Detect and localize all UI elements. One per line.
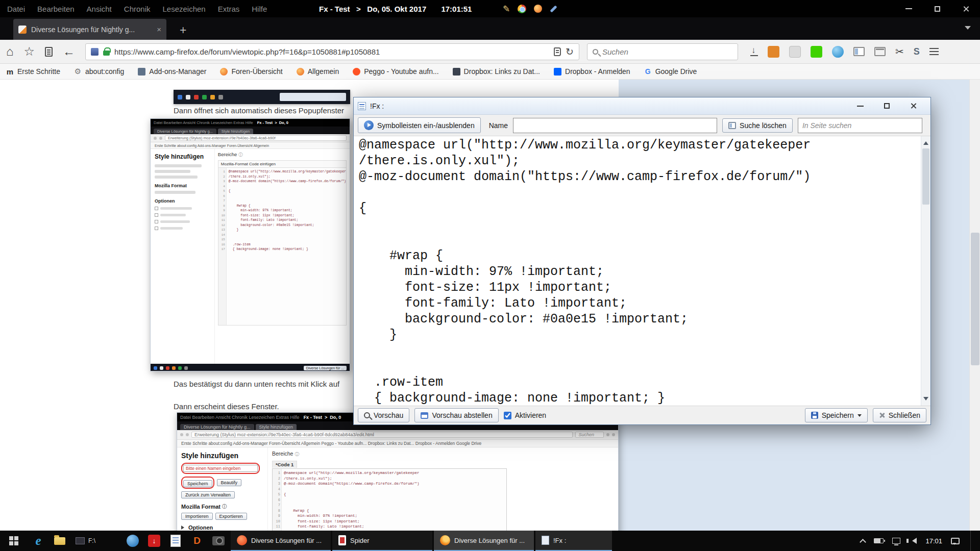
bookmark-item[interactable]: Dropbox - Anmelden (554, 67, 630, 76)
dialog-minimize-button[interactable] (847, 97, 873, 114)
bookmark-item[interactable]: Erste Schritte (6, 67, 60, 76)
clear-search-button[interactable]: Suche löschen (722, 118, 793, 133)
spider-solitaire-icon (338, 535, 346, 545)
addon-green-square-icon[interactable] (811, 46, 822, 58)
mini-beautify-button: Beautify (217, 479, 242, 486)
tab-center-icon[interactable] (874, 47, 886, 56)
explorer-window-icon (76, 537, 85, 544)
bookmark-star-icon[interactable] (24, 44, 35, 59)
downloads-icon[interactable] (750, 47, 758, 56)
css-code-editor[interactable]: @namespace url("http://www.mozilla.org/k… (354, 136, 921, 406)
page-scrollbar[interactable] (969, 80, 980, 531)
scroll-down-icon[interactable] (923, 397, 928, 403)
tab-close-button[interactable]: × (157, 25, 161, 34)
stylus-s-icon[interactable]: S (914, 46, 920, 57)
taskbar-window-button[interactable]: Diverse Lösungen für ... (231, 531, 331, 551)
titlebar-status-icons (503, 0, 557, 17)
notepad-taskbar-button[interactable] (165, 531, 186, 551)
code-editor-area: @namespace url("http://www.mozilla.org/k… (354, 136, 930, 406)
wrench-icon[interactable] (550, 5, 557, 12)
reload-icon[interactable] (566, 46, 574, 58)
code-scrollbar[interactable] (921, 136, 930, 406)
bookmark-item[interactable]: Peggo - Youtube aufn... (353, 67, 438, 76)
reader-mode-icon[interactable] (554, 47, 561, 56)
dialog-close-button[interactable] (900, 97, 926, 114)
speaker-icon[interactable] (909, 538, 917, 544)
bookmark-item[interactable]: Foren-Übersicht (220, 67, 282, 76)
addon-gray-square-icon[interactable] (789, 46, 801, 58)
window-close-button[interactable] (951, 0, 980, 17)
mini-section-label: Optionen (181, 524, 263, 531)
scroll-up-icon[interactable] (923, 139, 928, 145)
search-input[interactable] (602, 47, 732, 56)
taskbar-window-button[interactable]: !Fx : (535, 531, 612, 551)
menu-chronik[interactable]: Chronik (124, 5, 151, 13)
scrollbar-thumb[interactable] (922, 148, 929, 205)
preview-off-button[interactable]: Vorschau abstellen (414, 408, 498, 422)
addon-orange-icon[interactable] (534, 5, 542, 13)
sidebar-toggle-icon[interactable] (853, 47, 865, 56)
bookmark-item[interactable]: Dropbox: Links zu Dat... (453, 67, 540, 76)
taskbar-window-button[interactable]: Diverse Lösungen für ... (434, 531, 534, 551)
bookmark-item[interactable]: about:config (74, 67, 124, 76)
menu-ansicht[interactable]: Ansicht (87, 5, 112, 13)
close-button[interactable]: Schließen (873, 408, 926, 422)
menu-bearbeiten[interactable]: Bearbeiten (37, 5, 75, 13)
start-button[interactable] (0, 531, 28, 551)
activate-checkbox-row[interactable]: Aktivieren (504, 411, 546, 419)
dialog-titlebar[interactable]: !Fx : (354, 97, 930, 115)
bookmark-item[interactable]: Allgemein (297, 67, 339, 76)
edge-taskbar-button[interactable] (28, 531, 49, 551)
tray-expand-chevron-icon[interactable] (860, 539, 867, 545)
show-desktop-button[interactable] (970, 531, 974, 551)
menu-hilfe[interactable]: Hilfe (252, 5, 267, 13)
window-maximize-button[interactable] (923, 0, 951, 17)
notification-center-icon[interactable] (951, 538, 960, 544)
active-tab[interactable]: Diverse Lösungen für Nightly g... × (13, 19, 166, 40)
save-button[interactable]: Speichern (805, 408, 868, 422)
bookmark-item[interactable]: Google Drive (644, 67, 697, 76)
new-tab-button[interactable]: + (180, 24, 186, 36)
drive-window-button[interactable]: F:\ (70, 531, 101, 551)
browser-logo-icon[interactable] (518, 5, 526, 13)
thunderbird-taskbar-button[interactable] (122, 531, 143, 551)
d-app-taskbar-button[interactable] (186, 531, 208, 551)
mini-checkbox (155, 220, 158, 223)
toggle-toolbars-button[interactable]: Symbolleisten ein-/ausblenden (358, 117, 481, 133)
dialog-maximize-button[interactable] (873, 97, 900, 114)
embedded-screenshot-stylus-editor[interactable]: Datei Bearbeiten Ansicht Chronik Lesezei… (177, 412, 619, 531)
firefox-taskbar-button[interactable] (101, 531, 122, 551)
screenshot-taskbar-strip[interactable] (174, 90, 350, 104)
url-bar[interactable]: https://www.camp-firefox.de/forum/viewto… (85, 43, 579, 60)
back-icon[interactable] (63, 44, 75, 59)
activate-checkbox[interactable] (504, 412, 511, 419)
menu-datei[interactable]: Datei (7, 5, 25, 13)
find-in-page-input[interactable] (798, 118, 922, 133)
downloader-taskbar-button[interactable]: ↓ (143, 531, 165, 551)
all-tabs-chevron-icon[interactable] (965, 26, 971, 33)
preview-button[interactable]: Vorschau (358, 408, 409, 422)
home-icon[interactable] (6, 44, 14, 59)
bookmarks-sidebar-icon[interactable] (45, 47, 53, 57)
screenshot-scissors-icon[interactable] (895, 45, 904, 58)
menu-hamburger-icon[interactable] (929, 48, 939, 55)
bookmark-item[interactable]: Add-ons-Manager (138, 67, 206, 76)
search-bar[interactable] (587, 43, 738, 60)
addon-blue-circle-icon[interactable] (832, 46, 844, 58)
tab-title: Diverse Lösungen für Nightly g... (31, 26, 152, 34)
url-text[interactable]: https://www.camp-firefox.de/forum/viewto… (114, 47, 549, 56)
clock[interactable]: 17:01 (925, 537, 942, 545)
battery-icon[interactable] (874, 538, 884, 543)
window-minimize-button[interactable] (894, 0, 923, 17)
page-scrollbar-thumb[interactable] (971, 233, 979, 365)
camera-taskbar-button[interactable] (208, 531, 229, 551)
taskbar-window-button[interactable]: Spider (332, 531, 432, 551)
embedded-screenshot-stylus-popup[interactable]: Datei Bearbeiten Ansicht Chronik Lesezei… (150, 118, 350, 371)
network-icon[interactable] (892, 538, 900, 544)
explorer-taskbar-button[interactable] (49, 531, 70, 551)
menu-lesezeichen[interactable]: Lesezeichen (162, 5, 205, 13)
menu-extras[interactable]: Extras (218, 5, 240, 13)
style-name-input[interactable] (513, 118, 717, 133)
pencil-icon[interactable] (503, 4, 510, 14)
addon-orange-square-icon[interactable] (768, 46, 779, 58)
